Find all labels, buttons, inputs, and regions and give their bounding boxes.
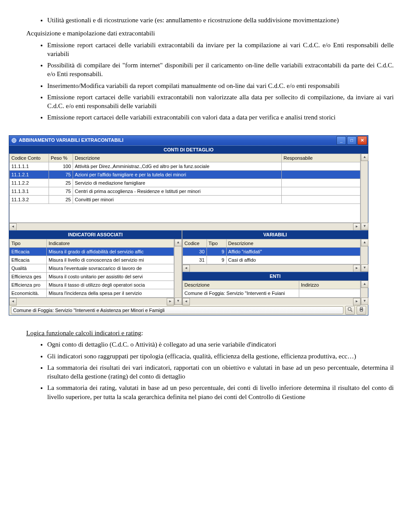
col-desc[interactable]: Descrizione bbox=[182, 281, 299, 289]
table-row[interactable]: 11.1.2.225Servizio di mediazione famigli… bbox=[10, 179, 360, 187]
indicatori-table: TipoIndicatore EfficaciaMisura il grado … bbox=[9, 239, 174, 298]
section1-title: Acquisizione e manipolazione dati extrac… bbox=[26, 29, 394, 38]
bullet: Emissione report cartacei delle variabil… bbox=[47, 113, 394, 122]
bullet: Emissione report cartacei delle variabil… bbox=[47, 41, 394, 59]
table-row[interactable]: QualitàMisura l'eventuale sovraccarico d… bbox=[10, 264, 174, 273]
scroll-left-icon[interactable]: ◄ bbox=[182, 265, 190, 272]
scroll-left-icon[interactable]: ◄ bbox=[182, 298, 190, 305]
status-bar: Comune di Foggia: Servizio "Interventi e… bbox=[9, 305, 368, 315]
col-tipo[interactable]: Tipo bbox=[10, 239, 47, 248]
bullet: Inserimento/Modifica variabili da report… bbox=[47, 81, 394, 90]
scroll-right-icon[interactable]: ► bbox=[353, 223, 360, 231]
table-row[interactable]: 319Casi di affido bbox=[182, 256, 360, 264]
svg-line-2 bbox=[351, 310, 352, 312]
v-scrollbar[interactable]: ▲ ▼ bbox=[174, 239, 182, 305]
panel-header-indicatori: INDICATORI ASSOCIATI bbox=[9, 230, 182, 239]
v-scrollbar[interactable]: ▲ ▼ bbox=[360, 239, 368, 272]
bullet: Possibilità di compilare dei "form inter… bbox=[47, 61, 394, 79]
search-icon bbox=[347, 307, 353, 314]
table-row[interactable]: 11.1.2.175Azioni per l'affido famigliare… bbox=[10, 171, 360, 179]
scroll-down-icon[interactable]: ▼ bbox=[361, 298, 368, 305]
col-resp[interactable]: Responsabile bbox=[282, 154, 360, 162]
bullets-top: Utilità gestionali e di ricostruzione va… bbox=[26, 16, 394, 25]
scroll-up-icon[interactable]: ▲ bbox=[175, 239, 182, 246]
scroll-right-icon[interactable]: ► bbox=[353, 298, 360, 305]
col-desc[interactable]: Descrizione bbox=[226, 239, 360, 248]
status-text: Comune di Foggia: Servizio "Interventi e… bbox=[11, 306, 343, 314]
app-icon bbox=[11, 137, 17, 144]
scroll-left-icon[interactable]: ◄ bbox=[9, 298, 17, 305]
table-row[interactable]: Comune di Foggia: Servizio "Interventi e… bbox=[182, 289, 360, 298]
svg-rect-4 bbox=[360, 308, 363, 309]
scroll-down-icon[interactable]: ▼ bbox=[175, 298, 182, 305]
bullet: Ogni conto di dettaglio (C.d.C. o Attivi… bbox=[47, 340, 394, 349]
bullet: La sommatoria dei rating, valutati in ba… bbox=[47, 383, 394, 401]
table-row[interactable]: EfficaciaMisura il livello di conoscenza… bbox=[10, 256, 174, 264]
scroll-left-icon[interactable]: ◄ bbox=[9, 223, 17, 231]
app-window: ABBINAMENTO VARIABILI EXTRACONTABILI _ □… bbox=[9, 135, 368, 316]
scroll-down-icon[interactable]: ▼ bbox=[361, 264, 368, 272]
scroll-up-icon[interactable]: ▲ bbox=[361, 239, 368, 246]
svg-rect-5 bbox=[360, 310, 363, 312]
close-button[interactable]: ✕ bbox=[357, 136, 367, 145]
bullets-section2: Ogni conto di dettaglio (C.d.C. o Attivi… bbox=[26, 340, 394, 401]
bullet: Emissione report cartacei delle variabil… bbox=[47, 93, 394, 111]
h-scrollbar[interactable]: ◄ ► bbox=[9, 223, 360, 230]
v-scrollbar[interactable]: ▲ ▼ bbox=[360, 154, 368, 230]
enti-table: DescrizioneIndirizzo Comune di Foggia: S… bbox=[182, 281, 360, 298]
minimize-button[interactable]: _ bbox=[336, 136, 346, 145]
table-header-row: Codice Conto Peso % Descrizione Responsa… bbox=[10, 154, 360, 162]
section2-title: Logica funzionale calcoli indicatori e r… bbox=[26, 329, 394, 337]
col-codice[interactable]: Codice bbox=[182, 239, 206, 248]
col-tipo[interactable]: Tipo bbox=[206, 239, 226, 248]
h-scrollbar[interactable]: ◄ ► bbox=[9, 298, 174, 305]
maximize-button[interactable]: □ bbox=[347, 136, 357, 145]
bullet: La sommatoria dei risultati dei vari ind… bbox=[47, 363, 394, 381]
scroll-up-icon[interactable]: ▲ bbox=[361, 154, 368, 161]
col-indicatore[interactable]: Indicatore bbox=[47, 239, 174, 248]
table-row[interactable]: 11.1.3.225Convitti per minori bbox=[10, 196, 360, 204]
panel-header-variabili: VARIABILI bbox=[182, 230, 368, 239]
table-row[interactable]: EfficaciaMisura il grado di affidabilità… bbox=[10, 248, 174, 256]
table-row[interactable]: 11.1.3.175Centri di prima accoglienza - … bbox=[10, 187, 360, 196]
panel-header-enti: ENTI bbox=[182, 272, 368, 281]
col-indirizzo[interactable]: Indirizzo bbox=[299, 281, 360, 289]
conti-table: Codice Conto Peso % Descrizione Responsa… bbox=[9, 154, 360, 223]
svg-point-0 bbox=[12, 138, 16, 143]
scroll-right-icon[interactable]: ► bbox=[353, 265, 360, 272]
table-row[interactable]: Efficienza proMisura il tasso di utilizz… bbox=[10, 281, 174, 289]
bullet: Utilità gestionali e di ricostruzione va… bbox=[47, 16, 394, 25]
col-codice[interactable]: Codice Conto bbox=[10, 154, 49, 162]
scroll-right-icon[interactable]: ► bbox=[167, 298, 174, 305]
scroll-down-icon[interactable]: ▼ bbox=[361, 223, 368, 230]
printer-icon bbox=[359, 307, 364, 314]
v-scrollbar[interactable]: ▲ ▼ bbox=[360, 281, 368, 305]
h-scrollbar[interactable]: ◄ ► bbox=[182, 298, 360, 305]
scroll-up-icon[interactable]: ▲ bbox=[361, 281, 368, 288]
lookup-button[interactable] bbox=[345, 306, 355, 315]
bullets-section1: Emissione report cartacei delle variabil… bbox=[26, 41, 394, 122]
panel-header-conti: CONTI DI DETTAGLIO bbox=[9, 145, 368, 154]
table-row[interactable]: Efficienza gesMisura il costo unitario p… bbox=[10, 273, 174, 281]
table-row[interactable]: 11.1.1.1100Attività per Direz.,Amministr… bbox=[10, 162, 360, 171]
print-button[interactable] bbox=[357, 306, 366, 315]
bullet: Gli indicatori sono raggruppati per tipo… bbox=[47, 352, 394, 361]
variabili-table: CodiceTipoDescrizione 309Affido "riaffid… bbox=[182, 239, 360, 264]
col-peso[interactable]: Peso % bbox=[49, 154, 73, 162]
col-desc[interactable]: Descrizione bbox=[73, 154, 282, 162]
h-scrollbar[interactable]: ◄ ► bbox=[182, 264, 360, 272]
table-row[interactable]: Economicità.Misura l'incidenza della spe… bbox=[10, 289, 174, 298]
window-titlebar[interactable]: ABBINAMENTO VARIABILI EXTRACONTABILI _ □… bbox=[9, 136, 368, 145]
window-title: ABBINAMENTO VARIABILI EXTRACONTABILI bbox=[19, 137, 336, 144]
svg-point-1 bbox=[348, 308, 351, 311]
table-row[interactable]: 309Affido "riaffidati" bbox=[182, 248, 360, 256]
